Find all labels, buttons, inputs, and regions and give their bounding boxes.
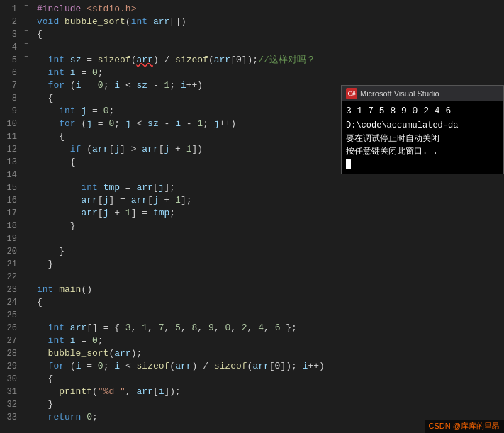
code-line: int main() (37, 283, 498, 296)
line-number: 14 (0, 169, 17, 181)
vs-icon: C# (346, 88, 357, 99)
line-number: 6 (0, 67, 17, 79)
csdn-badge: CSDN @库库的里昂 (425, 420, 504, 433)
code-line (37, 309, 498, 322)
line-number: 2 (0, 16, 17, 28)
line-number: 15 (0, 181, 17, 194)
console-title-text: Microsoft Visual Studio (360, 89, 439, 98)
line-number: 20 (0, 245, 17, 258)
line-number: 27 (0, 334, 17, 347)
code-line: } (37, 220, 498, 232)
line-number: 33 (0, 411, 17, 424)
console-msg1: 要在调试停止时自动关闭 (346, 133, 499, 145)
code-line: #include <stdio.h> (37, 3, 498, 16)
line-number: 12 (0, 143, 17, 156)
line-number: 11 (0, 130, 17, 143)
fold-icon[interactable]: − (21, 64, 31, 77)
code-line: int sz = sizeof(arr) / sizeof(arr[0]);//… (37, 54, 498, 67)
code-line: for (i = 0; i < sizeof(arr) / sizeof(arr… (37, 360, 498, 373)
line-number: 7 (0, 79, 17, 92)
console-body: 3 1 7 5 8 9 0 2 4 6 D:\code\accumulated-… (342, 101, 503, 174)
line-numbers: 1234567891011121314151617181920212223242… (0, 0, 21, 433)
line-number: 19 (0, 232, 17, 245)
line-number: 4 (0, 41, 17, 54)
code-line: int tmp = arr[j]; (37, 181, 498, 194)
line-number: 30 (0, 373, 17, 386)
code-line: { (37, 28, 498, 41)
code-line: arr[j + 1] = tmp; (37, 207, 498, 220)
line-number: 5 (0, 54, 17, 67)
line-number: 18 (0, 220, 17, 232)
code-line (37, 271, 498, 283)
code-line: { (37, 296, 498, 309)
console-output-numbers: 3 1 7 5 8 9 0 2 4 6 (346, 104, 499, 118)
line-number: 29 (0, 360, 17, 373)
line-number: 8 (0, 92, 17, 105)
code-line: int arr[] = { 3, 1, 7, 5, 8, 9, 0, 2, 4,… (37, 322, 498, 334)
line-number: 32 (0, 398, 17, 411)
code-line: printf("%d ", arr[i]); (37, 386, 498, 398)
code-content: #include <stdio.h>void bubble_sort(int a… (31, 0, 504, 433)
line-number: 21 (0, 258, 17, 271)
line-number: 31 (0, 386, 17, 398)
line-number: 1 (0, 3, 17, 16)
code-line: { (37, 373, 498, 386)
line-number: 16 (0, 194, 17, 207)
line-number: 24 (0, 296, 17, 309)
code-line: void bubble_sort(int arr[]) (37, 16, 498, 28)
fold-icon[interactable]: − (21, 26, 31, 38)
code-line (37, 41, 498, 54)
code-line: arr[j] = arr[j + 1]; (37, 194, 498, 207)
line-number: 26 (0, 322, 17, 334)
editor-area: 1234567891011121314151617181920212223242… (0, 0, 504, 433)
fold-icon[interactable]: − (21, 51, 31, 64)
line-number: 25 (0, 309, 17, 322)
line-number: 13 (0, 156, 17, 169)
line-number: 10 (0, 118, 17, 130)
console-msg2: 按任意键关闭此窗口. . (346, 145, 499, 158)
fold-gutter: −−−−−− (21, 0, 31, 433)
code-line: } (37, 398, 498, 411)
console-path: D:\code\accumulated-da (346, 118, 499, 133)
line-number: 22 (0, 271, 17, 283)
code-line: int i = 0; (37, 334, 498, 347)
console-cursor-line (346, 158, 499, 171)
line-number: 9 (0, 105, 17, 118)
code-line (37, 232, 498, 245)
code-line: bubble_sort(arr); (37, 347, 498, 360)
code-line: } (37, 245, 498, 258)
fold-icon[interactable]: − (21, 0, 31, 13)
console-popup: C# Microsoft Visual Studio 3 1 7 5 8 9 0… (341, 85, 504, 174)
code-line: int i = 0; (37, 67, 498, 79)
line-number: 17 (0, 207, 17, 220)
code-line: } (37, 258, 498, 271)
fold-icon[interactable]: − (21, 38, 31, 51)
line-number: 3 (0, 28, 17, 41)
line-number: 23 (0, 283, 17, 296)
fold-icon[interactable]: − (21, 13, 31, 26)
console-cursor (346, 159, 351, 169)
line-number: 28 (0, 347, 17, 360)
console-title-bar: C# Microsoft Visual Studio (342, 86, 503, 101)
